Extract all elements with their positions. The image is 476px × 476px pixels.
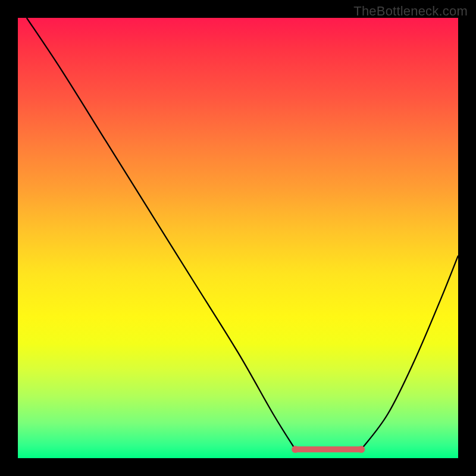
- watermark-text: TheBottleneck.com: [353, 4, 468, 19]
- plot-area: [18, 18, 458, 458]
- flat-end-dot-left: [292, 446, 299, 453]
- curve-descent: [27, 18, 295, 449]
- chart-frame: TheBottleneck.com: [0, 0, 476, 476]
- curve-svg: [18, 18, 458, 458]
- flat-end-dot-right: [358, 446, 365, 453]
- curve-ascent: [361, 256, 458, 450]
